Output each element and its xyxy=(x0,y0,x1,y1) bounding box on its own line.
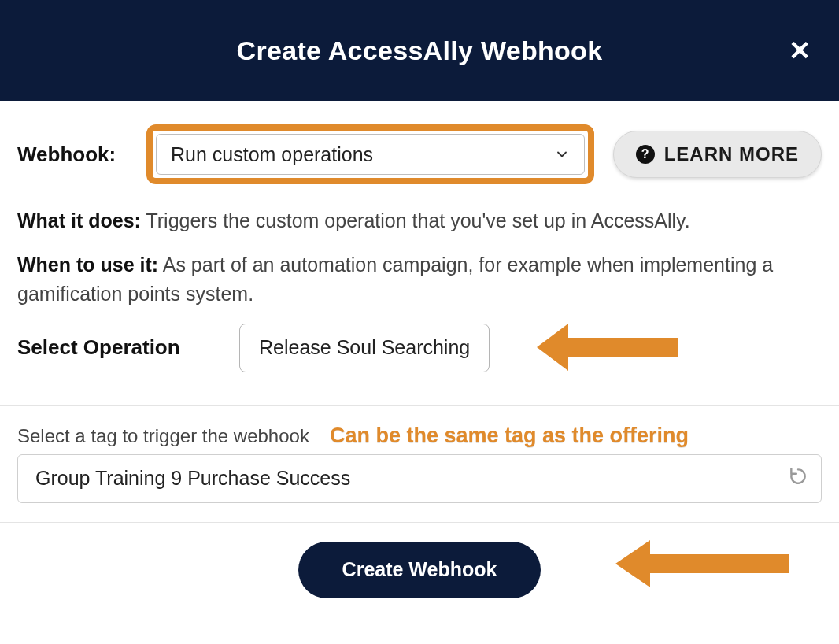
webhook-row: Webhook: Run custom operations ? LEARN M… xyxy=(17,124,822,184)
when-to-use: When to use it: As part of an automation… xyxy=(17,250,822,308)
create-webhook-button[interactable]: Create Webhook xyxy=(298,542,541,598)
close-icon[interactable]: ✕ xyxy=(789,37,811,64)
operation-row: Select Operation Release Soul Searching xyxy=(17,324,822,372)
create-webhook-modal: Create AccessAlly Webhook ✕ Webhook: Run… xyxy=(0,0,839,620)
what-it-does: What it does: Triggers the custom operat… xyxy=(17,206,822,235)
what-text: Triggers the custom operation that you'v… xyxy=(146,209,689,231)
modal-header: Create AccessAlly Webhook ✕ xyxy=(0,0,839,101)
webhook-select-highlight: Run custom operations xyxy=(146,124,594,184)
tag-annotation: Can be the same tag as the offering xyxy=(330,424,689,448)
tag-row: Select a tag to trigger the webhook Can … xyxy=(17,406,822,454)
tag-label: Select a tag to trigger the webhook xyxy=(17,425,309,447)
when-label: When to use it: xyxy=(17,254,158,276)
operation-select-value: Release Soul Searching xyxy=(259,336,470,359)
select-operation-label: Select Operation xyxy=(17,335,222,360)
webhook-label: Webhook: xyxy=(17,142,135,167)
modal-footer: Create Webhook xyxy=(17,523,822,605)
annotation-arrow-icon xyxy=(537,316,678,379)
tag-select[interactable]: Group Training 9 Purchase Success xyxy=(17,454,822,503)
operation-select[interactable]: Release Soul Searching xyxy=(239,324,490,372)
webhook-select-value: Run custom operations xyxy=(171,143,373,166)
learn-more-label: LEARN MORE xyxy=(664,143,799,165)
what-label: What it does: xyxy=(17,209,141,231)
refresh-icon[interactable] xyxy=(788,466,808,491)
modal-body: Webhook: Run custom operations ? LEARN M… xyxy=(0,101,839,620)
learn-more-button[interactable]: ? LEARN MORE xyxy=(613,131,822,178)
help-icon: ? xyxy=(636,145,655,164)
webhook-select[interactable]: Run custom operations xyxy=(156,134,585,175)
tag-select-value: Group Training 9 Purchase Success xyxy=(35,467,350,490)
modal-title: Create AccessAlly Webhook xyxy=(237,35,603,66)
annotation-arrow-icon xyxy=(615,535,789,592)
chevron-down-icon xyxy=(554,146,570,162)
